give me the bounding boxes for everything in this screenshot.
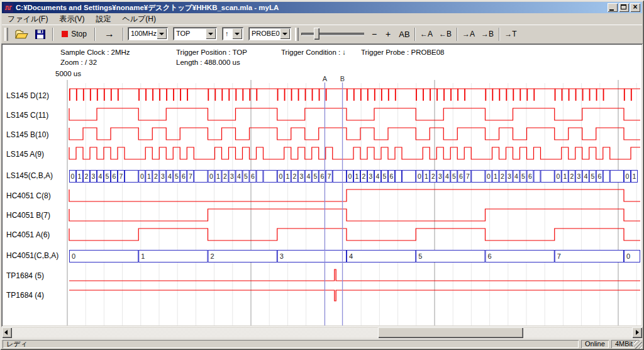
chevron-down-icon[interactable] bbox=[280, 28, 290, 39]
toolbar-grip[interactable] bbox=[295, 28, 299, 41]
length-text: Length : 488.000 us bbox=[176, 59, 240, 66]
goto-cursor-a-right-button[interactable]: →A bbox=[460, 26, 477, 42]
title-bar[interactable]: C:¥Documents and Settings¥noname¥デスクトップ¥… bbox=[2, 2, 642, 13]
channel-label: TP1684 (5) bbox=[6, 271, 44, 280]
status-online-badge: Online bbox=[581, 340, 609, 348]
save-button[interactable] bbox=[31, 26, 49, 42]
goto-cursor-b-right-button[interactable]: →B bbox=[479, 26, 496, 42]
resize-grip[interactable] bbox=[634, 341, 642, 349]
time-division-label: 5000 us bbox=[55, 70, 81, 77]
horizontal-scrollbar[interactable] bbox=[2, 327, 642, 338]
run-button[interactable]: → bbox=[99, 26, 119, 42]
app-icon bbox=[4, 3, 13, 13]
trigger-position-value: TOP bbox=[173, 27, 206, 40]
channel-label: LS145 C(11) bbox=[6, 111, 48, 120]
channel-label: HC4051 C(8) bbox=[6, 191, 51, 200]
chevron-down-icon[interactable] bbox=[157, 28, 167, 39]
channel-label: LS145 D(12) bbox=[6, 91, 49, 100]
trigger-condition-text: Trigger Condition : ↓ bbox=[281, 48, 346, 56]
zoom-slider-thumb[interactable] bbox=[314, 28, 319, 40]
scroll-left-button[interactable] bbox=[2, 327, 12, 338]
clock-value: 100MHz bbox=[128, 27, 157, 40]
channel-label: LS145(C,B,A) bbox=[6, 171, 53, 180]
channel-label: HC4051 A(6) bbox=[6, 230, 50, 239]
scroll-right-button[interactable] bbox=[632, 327, 642, 338]
app-window: C:¥Documents and Settings¥noname¥デスクトップ¥… bbox=[0, 0, 644, 350]
chevron-down-icon[interactable] bbox=[206, 28, 216, 39]
toolbar-separator bbox=[457, 28, 458, 41]
status-ready-text: レディ bbox=[3, 340, 579, 348]
sample-clock-text: Sample Clock : 2MHz bbox=[60, 48, 130, 56]
channel-label: LS145 A(9) bbox=[6, 150, 44, 159]
probe-select[interactable]: PROBE00 bbox=[248, 27, 291, 40]
close-button[interactable]: × bbox=[630, 3, 640, 12]
menu-item-view[interactable]: 表示(V) bbox=[53, 14, 90, 24]
maximize-button[interactable] bbox=[619, 3, 629, 12]
floppy-icon bbox=[35, 30, 45, 39]
trigger-position-select[interactable]: TOP bbox=[173, 27, 217, 40]
menu-item-settings[interactable]: 設定 bbox=[90, 14, 116, 24]
open-file-button[interactable] bbox=[12, 26, 31, 42]
maximize-icon bbox=[621, 4, 626, 9]
zoom-text: Zoom : / 32 bbox=[60, 59, 97, 66]
channel-label: HC4051 B(7) bbox=[6, 211, 50, 220]
stop-label: Stop bbox=[71, 30, 87, 38]
channel-label: HC4051(C,B,A) bbox=[6, 251, 58, 260]
zoom-slider-track[interactable] bbox=[301, 33, 364, 35]
toolbar-separator bbox=[52, 28, 53, 41]
menu-item-help[interactable]: ヘルプ(H) bbox=[116, 14, 162, 24]
toolbar-separator bbox=[499, 28, 500, 41]
toolbar-separator bbox=[123, 28, 124, 41]
window-title: C:¥Documents and Settings¥noname¥デスクトップ¥… bbox=[16, 3, 279, 13]
open-folder-icon bbox=[15, 30, 28, 39]
channel-label: TP1684 (4) bbox=[6, 291, 44, 300]
trigger-position-text: Trigger Position : TOP bbox=[176, 48, 247, 56]
stop-icon bbox=[62, 31, 68, 37]
goto-cursor-b-left-button[interactable]: ←B bbox=[436, 26, 454, 42]
toolbar-separator bbox=[94, 28, 96, 41]
zoom-out-button[interactable]: − bbox=[368, 26, 380, 42]
close-icon: × bbox=[630, 3, 640, 12]
scrollbar-thumb[interactable] bbox=[378, 327, 523, 338]
left-arrow-icon bbox=[4, 330, 8, 335]
goto-cursor-a-left-button[interactable]: ←A bbox=[418, 26, 435, 42]
toolbar-separator bbox=[414, 28, 416, 41]
stop-button[interactable]: Stop bbox=[57, 26, 91, 42]
trigger-probe-text: Trigger Probe : PROBE08 bbox=[361, 48, 445, 56]
zoom-in-button[interactable]: + bbox=[382, 26, 394, 42]
minimize-icon bbox=[609, 9, 614, 11]
goto-trigger-button[interactable]: →T bbox=[502, 26, 519, 42]
trigger-edge-select[interactable]: ↑ bbox=[222, 27, 243, 40]
channel-label: LS145 B(10) bbox=[6, 130, 48, 139]
menu-item-file[interactable]: ファイル(F) bbox=[2, 14, 53, 24]
status-bar: レディ Online 4MBit bbox=[1, 339, 643, 349]
trigger-edge-value: ↑ bbox=[222, 27, 232, 40]
toolbar-grip[interactable] bbox=[4, 28, 8, 41]
clock-select[interactable]: 100MHz bbox=[128, 27, 168, 40]
minimize-button[interactable] bbox=[608, 3, 618, 12]
menu-bar: ファイル(F) 表示(V) 設定 ヘルプ(H) bbox=[2, 14, 642, 24]
probe-value: PROBE00 bbox=[248, 27, 280, 40]
right-arrow-icon bbox=[636, 330, 639, 335]
waveform-area[interactable] bbox=[1, 43, 643, 327]
chevron-down-icon[interactable] bbox=[232, 28, 242, 39]
ab-range-button[interactable]: AB bbox=[397, 26, 412, 42]
tool-bar: Stop → 100MHz TOP ↑ PROBE00 − + AB ←A ←B bbox=[2, 25, 642, 43]
